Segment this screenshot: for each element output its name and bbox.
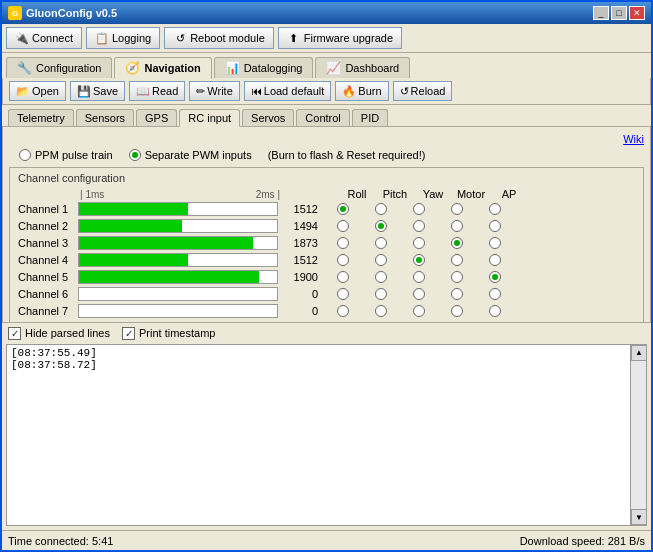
tab-datalogging[interactable]: 📊 Datalogging [214,57,314,78]
channel-radio[interactable] [451,305,463,317]
channel-radio[interactable] [451,220,463,232]
firmware-icon: ⬆ [287,31,301,45]
col-headers: Roll Pitch Yaw Motor AP [338,188,528,200]
channel-radio[interactable] [451,271,463,283]
sub-tab-gps[interactable]: GPS [136,109,177,126]
hide-parsed-label[interactable]: Hide parsed lines [8,327,110,340]
channel-radio[interactable] [337,203,349,215]
channel-radio[interactable] [489,203,501,215]
sub-tab-telemetry[interactable]: Telemetry [8,109,74,126]
channel-radio[interactable] [413,254,425,266]
channel-radio[interactable] [337,254,349,266]
channel-row: Channel 70 [18,304,635,318]
channel-radio[interactable] [375,271,387,283]
open-button[interactable]: 📂 Open [9,81,66,101]
channel-radio[interactable] [413,203,425,215]
channel-radio[interactable] [337,237,349,249]
print-timestamp-checkbox[interactable] [122,327,135,340]
print-timestamp-text: Print timestamp [139,327,215,339]
channel-radio[interactable] [451,254,463,266]
channel-radio[interactable] [413,220,425,232]
scroll-down-button[interactable]: ▼ [631,509,647,525]
channel-radio[interactable] [489,305,501,317]
save-button[interactable]: 💾 Save [70,81,125,101]
title-bar-controls: _ □ ✕ [593,6,645,20]
firmware-button[interactable]: ⬆ Firmware upgrade [278,27,402,49]
tab-navigation[interactable]: 🧭 Navigation [114,57,211,79]
sub-tab-control[interactable]: Control [296,109,349,126]
channel-radio[interactable] [489,254,501,266]
load-default-button[interactable]: ⏮ Load default [244,81,332,101]
channel-radio[interactable] [375,254,387,266]
wiki-link[interactable]: Wiki [9,133,644,145]
channel-radio[interactable] [375,288,387,300]
radio-cell [324,203,362,215]
burn-note: (Burn to flash & Reset required!) [268,149,426,161]
channel-radio[interactable] [489,220,501,232]
tab-configuration[interactable]: 🔧 Configuration [6,57,112,78]
channel-radio[interactable] [337,305,349,317]
reload-button[interactable]: ↺ Reload [393,81,453,101]
channel-radio[interactable] [413,237,425,249]
radio-cell [324,254,362,266]
sub-tab-pid[interactable]: PID [352,109,388,126]
radio-cell [476,203,514,215]
sub-tab-sensors[interactable]: Sensors [76,109,134,126]
write-button[interactable]: ✏ Write [189,81,239,101]
maximize-button[interactable]: □ [611,6,627,20]
channel-radio[interactable] [451,203,463,215]
pwm-option[interactable]: Separate PWM inputs [129,149,252,161]
channel-radio[interactable] [337,271,349,283]
connect-button[interactable]: 🔌 Connect [6,27,82,49]
radio-cells [324,254,514,266]
sub-tab-rc-input[interactable]: RC input [179,109,240,127]
channel-row: Channel 21494 [18,219,635,233]
radio-cell [400,237,438,249]
read-button[interactable]: 📖 Read [129,81,185,101]
channel-radio[interactable] [451,237,463,249]
channel-value: 0 [286,305,318,317]
radio-cell [362,254,400,266]
channel-radio[interactable] [489,237,501,249]
ppm-radio[interactable] [19,149,31,161]
channel-radio[interactable] [375,237,387,249]
log-line: [08:37:58.72] [11,359,626,371]
reboot-button[interactable]: ↺ Reboot module [164,27,274,49]
datalogging-tab-icon: 📊 [225,61,240,75]
scroll-up-button[interactable]: ▲ [631,345,647,361]
radio-cell [476,254,514,266]
channel-radio[interactable] [413,271,425,283]
channel-row: Channel 11512 [18,202,635,216]
channel-radio[interactable] [489,271,501,283]
radio-cell [438,203,476,215]
channel-radio[interactable] [413,305,425,317]
scroll-track[interactable] [631,361,646,510]
tab-dashboard[interactable]: 📈 Dashboard [315,57,410,78]
channel-radio[interactable] [375,220,387,232]
bar-left-label: | 1ms [80,189,104,200]
burn-button[interactable]: 🔥 Burn [335,81,388,101]
sub-tab-servos[interactable]: Servos [242,109,294,126]
logging-button[interactable]: 📋 Logging [86,27,160,49]
ppm-option[interactable]: PPM pulse train [19,149,113,161]
radio-cell [400,254,438,266]
channel-radio[interactable] [375,305,387,317]
close-button[interactable]: ✕ [629,6,645,20]
radio-cell [438,271,476,283]
radio-cell [438,288,476,300]
pwm-radio[interactable] [129,149,141,161]
channel-radio[interactable] [489,288,501,300]
channel-radio[interactable] [337,220,349,232]
log-controls: Hide parsed lines Print timestamp [2,323,651,344]
channel-radio[interactable] [337,288,349,300]
channel-radio[interactable] [451,288,463,300]
hide-parsed-checkbox[interactable] [8,327,21,340]
open-icon: 📂 [16,85,30,98]
channel-radio[interactable] [413,288,425,300]
col-motor: Motor [452,188,490,200]
print-timestamp-label[interactable]: Print timestamp [122,327,215,340]
channel-radio[interactable] [375,203,387,215]
title-bar-left: G GluonConfig v0.5 [8,6,117,20]
log-area[interactable]: [08:37:55.49][08:37:58.72] [6,344,631,527]
minimize-button[interactable]: _ [593,6,609,20]
